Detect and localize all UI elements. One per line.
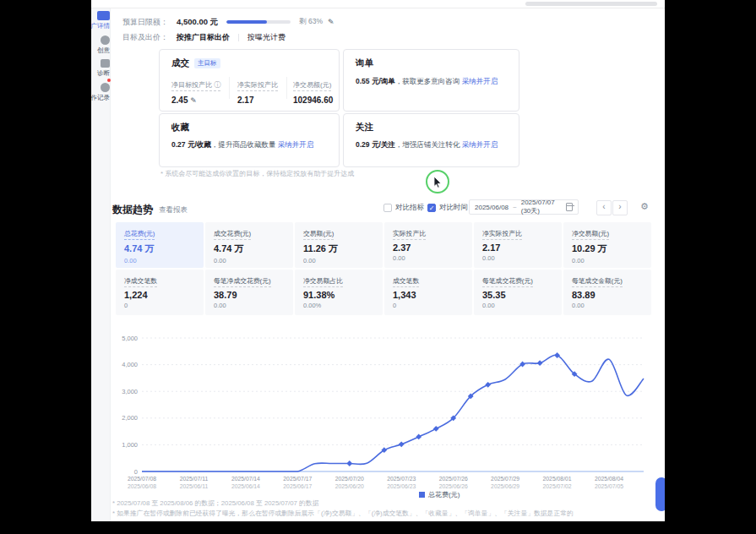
checkbox-unchecked-icon[interactable] <box>383 204 392 212</box>
vertical-scrollbar[interactable] <box>655 477 665 511</box>
view-report-link[interactable]: 查看报表 <box>159 205 188 215</box>
compare-time-checkbox[interactable]: ✓ 对比时间 <box>427 203 468 213</box>
metric-cell-compare: 0 <box>124 302 204 309</box>
metric-cell[interactable]: 每笔成交花费(元)35.350.00 <box>474 270 562 315</box>
x-axis-compare-label: 2025/06/26 <box>439 483 468 489</box>
metric-cell[interactable]: 交易额(元)11.26 万0.00 <box>295 222 383 268</box>
date-range-picker[interactable]: 2025/06/08 ~ 2025/07/07 (30天) <box>469 199 579 215</box>
data-point-marker <box>399 441 405 447</box>
sidebar-item-diagnose[interactable]: 诊断 <box>91 59 110 78</box>
metric-cell[interactable]: 总花费(元)4.74 万0.00 <box>116 222 204 268</box>
metric-cell-compare: 0.00 <box>124 257 204 264</box>
metric-cell[interactable]: 成交笔数1,3430 <box>384 270 472 315</box>
y-axis-label: 4,000 <box>122 361 138 368</box>
metric-cell[interactable]: 实际投产比2.370.00 <box>384 222 472 268</box>
settings-gear-icon[interactable]: ⚙ <box>640 201 649 212</box>
compare-metric-checkbox[interactable]: 对比指标 <box>383 203 424 213</box>
budget-row: 预算日限额： 4,500.00 元 剩 63% ✎ <box>122 17 334 27</box>
bid-option-exposure[interactable]: 按曝光计费 <box>247 32 286 43</box>
y-axis-label: 1,000 <box>122 441 138 449</box>
metric-cell-value: 1,224 <box>124 290 204 300</box>
bid-option-target[interactable]: 按推广目标出价 <box>177 32 230 43</box>
goal-card-follow: 关注 0.29 元/关注，增强店铺关注转化 采纳并开启 <box>343 113 519 167</box>
x-axis-compare-label: 2025/06/11 <box>180 483 209 489</box>
budget-progressbar <box>226 20 291 24</box>
metric-cell[interactable]: 净交易额占比91.38%0.00% <box>295 270 383 315</box>
adopt-enable-link[interactable]: 采纳并开启 <box>462 140 498 149</box>
diagnose-icon <box>101 59 110 68</box>
adopt-enable-link[interactable]: 采纳并开启 <box>462 77 498 85</box>
prev-period-button[interactable]: ‹ <box>596 200 612 215</box>
metric-cell-compare: 0.00 <box>214 257 293 264</box>
metric-cell-value: 2.17 <box>482 242 562 253</box>
metric-cell[interactable]: 每笔净成交花费(元)38.790.00 <box>205 270 293 315</box>
goal-card-desc: 0.29 元/关注，增强店铺关注转化 采纳并开启 <box>356 140 498 150</box>
metric-cell[interactable]: 成交花费(元)4.74 万0.00 <box>205 222 293 268</box>
budget-label: 预算日限额： <box>122 17 168 28</box>
goal-card-title-text: 收藏 <box>171 122 189 134</box>
x-axis-compare-label: 2025/07/05 <box>595 483 623 489</box>
goal-note: * 系统会尽可能达成你设置的目标，保持稳定投放有助于提升达成 <box>160 169 354 178</box>
x-axis-label: 2025/07/17 <box>283 476 312 482</box>
x-axis-label: 2025/08/01 <box>543 476 572 482</box>
metric-cell-label: 总花费(元) <box>124 229 155 240</box>
metric-label: 净实际投产比 <box>237 80 278 91</box>
goal-card-title: 收藏 <box>171 122 189 134</box>
horizontal-scrollbar[interactable] <box>525 2 657 6</box>
metric-cell-label: 交易额(元) <box>303 229 334 240</box>
metric-cell-label: 净成交笔数 <box>124 276 157 287</box>
metric-net-actual-roi: 净实际投产比 2.17 <box>237 75 278 105</box>
metric-cell[interactable]: 净实际投产比2.170.00 <box>474 222 562 268</box>
desc-text: ，获取更多意向咨询 <box>395 77 462 85</box>
budget-progress-fill <box>226 20 267 24</box>
sidebar-item-history[interactable]: 作记录 <box>91 83 110 102</box>
metric-value: 102946.60 <box>293 95 333 105</box>
x-axis-compare-label: 2025/06/14 <box>231 483 260 489</box>
metric-cell[interactable]: 净交易额(元)10.29 万0.00 <box>563 222 651 268</box>
goal-card-desc: 0.55 元/询单，获取更多意向咨询 采纳并开启 <box>356 77 498 87</box>
metric-cell[interactable]: 每笔成交金额(元)83.890.00 <box>563 270 651 315</box>
checkbox-checked-icon[interactable]: ✓ <box>427 204 436 212</box>
metric-value: 2.45 ✎ <box>171 95 220 105</box>
metric-cell[interactable]: 净成交笔数1,2240 <box>116 270 204 315</box>
desc-text: ，提升商品收藏数量 <box>211 140 278 149</box>
trend-section-title: 数据趋势 <box>112 203 153 217</box>
metric-cell-value: 35.35 <box>482 290 562 300</box>
metric-label: 净交易额(元) <box>293 80 331 91</box>
calendar-icon <box>566 203 573 211</box>
y-axis-label: 3,000 <box>122 388 138 395</box>
goal-card-title-text: 询单 <box>356 57 373 69</box>
app-window: 广详情 创意 诊断 作记录 预算日限额： 4,500.00 元 剩 63% ✎ … <box>91 0 665 521</box>
adopt-enable-link[interactable]: 采纳并开启 <box>278 140 314 149</box>
goal-card-title: 成交 主目标 <box>171 57 220 69</box>
notification-dot <box>107 79 111 82</box>
metric-cell-label: 净交易额(元) <box>572 229 609 240</box>
next-period-button[interactable]: › <box>612 200 628 215</box>
edit-roi-icon[interactable]: ✎ <box>190 96 197 105</box>
main-series-line <box>142 355 644 471</box>
sidebar-item-promo-detail[interactable]: 广详情 <box>91 11 110 30</box>
goal-card-title-text: 关注 <box>356 122 373 134</box>
metric-cell-value: 4.74 万 <box>124 242 204 255</box>
checkbox-label: 对比时间 <box>439 203 468 213</box>
edit-budget-icon[interactable]: ✎ <box>328 18 334 26</box>
metric-cell-label: 每笔成交金额(元) <box>572 276 623 287</box>
metric-cell-label: 净交易额占比 <box>303 276 343 287</box>
price-text: 0.55 元/询单 <box>356 77 395 85</box>
metric-cell-compare: 0.00 <box>214 302 293 309</box>
date-end: 2025/07/07 (30天) <box>521 199 559 215</box>
info-icon[interactable]: ⓘ <box>214 81 220 89</box>
footnote-1: * 2025/07/08 至 2025/08/06 的数据；2025/06/08… <box>112 499 653 508</box>
data-point-marker <box>416 434 422 440</box>
history-icon <box>101 83 110 92</box>
budget-value: 4,500.00 元 <box>177 17 218 28</box>
budget-remaining: 剩 63% <box>299 17 323 27</box>
metric-cell-value: 91.38% <box>303 290 383 300</box>
footnote-2: * 如果推广在暂停或删除前已经获得了曝光，那么在暂停或删除后展示「(净)交易额」… <box>112 509 653 518</box>
goal-card-title: 询单 <box>356 57 373 69</box>
top-strip <box>91 0 665 8</box>
sidebar-item-idea[interactable]: 创意 <box>91 35 110 55</box>
metric-cell-value: 38.79 <box>214 290 293 300</box>
sidebar-item-label: 作记录 <box>91 94 110 102</box>
sidebar-item-label: 创意 <box>91 46 110 55</box>
